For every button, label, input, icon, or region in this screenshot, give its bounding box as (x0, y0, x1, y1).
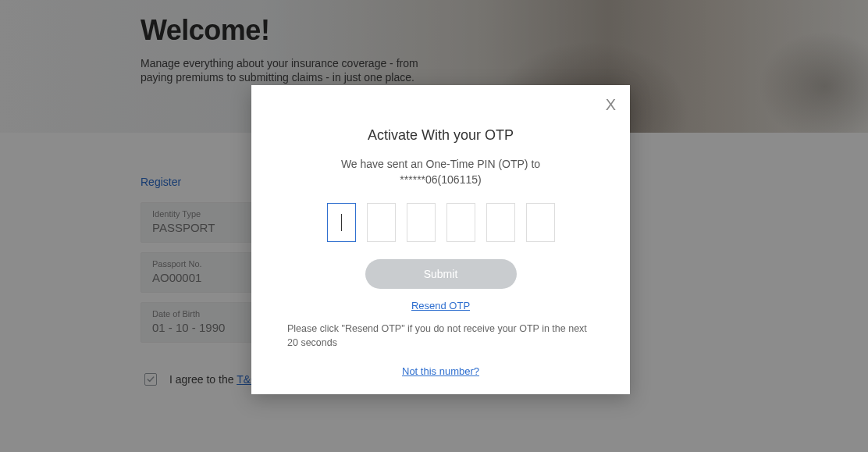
otp-digit-3[interactable] (407, 203, 436, 242)
otp-target: ******06(106115) (251, 173, 630, 186)
otp-sent-line: We have sent an One-Time PIN (OTP) to (251, 158, 630, 170)
not-this-number-link[interactable]: Not this number? (251, 365, 630, 377)
otp-digit-5[interactable] (486, 203, 515, 242)
resend-otp-link[interactable]: Resend OTP (251, 300, 630, 311)
otp-digit-6[interactable] (526, 203, 555, 242)
submit-button[interactable]: Submit (365, 259, 517, 289)
modal-subtitle: We have sent an One-Time PIN (OTP) to **… (251, 158, 630, 186)
otp-digit-4[interactable] (446, 203, 475, 242)
otp-digit-1[interactable] (327, 203, 356, 242)
close-icon[interactable]: X (606, 96, 616, 114)
otp-digit-2[interactable] (367, 203, 396, 242)
text-cursor (341, 214, 342, 231)
otp-input-row (251, 203, 630, 242)
otp-modal: X Activate With your OTP We have sent an… (251, 85, 630, 394)
resend-help-text: Please click "Resend OTP" if you do not … (287, 322, 594, 350)
modal-title: Activate With your OTP (251, 127, 630, 144)
